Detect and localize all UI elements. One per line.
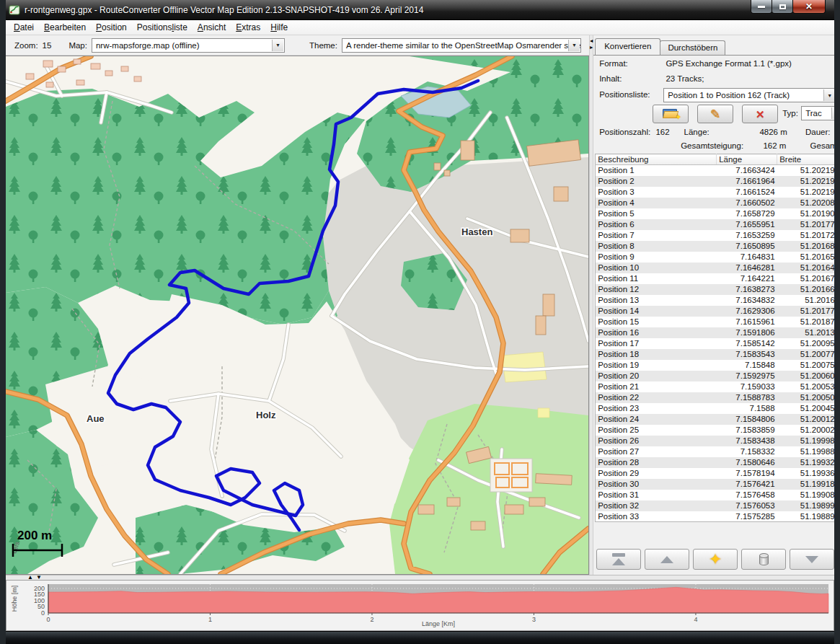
table-row[interactable]: Position 57.165872951.201902: [596, 208, 834, 219]
new-positionlist-button[interactable]: ✦: [653, 105, 689, 123]
table-row[interactable]: Position 27.166196451.202190: [596, 176, 834, 187]
cell-beschreibung: Position 24: [596, 414, 717, 425]
table-row[interactable]: Position 117.16422151.201677: [596, 273, 834, 284]
table-row[interactable]: Position 157.161596151.201870: [596, 317, 834, 327]
ytick-label: 50: [37, 603, 45, 610]
typ-select[interactable]: Trac ▼: [801, 106, 834, 120]
table-row[interactable]: Position 137.163483251.20168: [596, 295, 834, 306]
tab-durchstoebern[interactable]: Durchstöbern: [660, 40, 725, 55]
table-row[interactable]: Position 197.1584851.200755: [596, 360, 834, 371]
menu-item-hilfe[interactable]: Hilfe: [265, 21, 293, 34]
table-row[interactable]: Position 337.157528551.198893: [596, 511, 834, 522]
chevron-down-icon[interactable]: ▼: [272, 40, 283, 51]
gesamtgefaelle-label: Gesamtgefä: [810, 141, 834, 150]
menu-item-extras[interactable]: Extras: [231, 21, 265, 34]
cell-breite: 51.200603: [777, 371, 834, 381]
table-row[interactable]: Position 67.165595151.201773: [596, 219, 834, 230]
positionsliste-label: Positionsliste:: [599, 90, 650, 99]
cell-laenge: 7.15848: [717, 360, 777, 371]
cell-laenge: 7.1660502: [717, 198, 777, 208]
positionsliste-select[interactable]: Position 1 to Position 162 (Track) ▼: [663, 88, 834, 102]
table-row[interactable]: Position 317.157645851.199083: [596, 490, 834, 500]
expand-up-icon[interactable]: ▲: [27, 575, 33, 581]
cell-breite: 51.199189: [777, 479, 834, 490]
table-row[interactable]: Position 177.158514251.200950: [596, 338, 834, 349]
gesamtsteigung-label: Gesamtsteigung:: [681, 141, 761, 150]
column-header-breite[interactable]: Breite: [777, 154, 834, 165]
cell-beschreibung: Position 4: [596, 198, 717, 208]
cell-laenge: 7.1591806: [717, 327, 777, 338]
column-header-beschreibung[interactable]: Beschreibung: [596, 154, 717, 165]
table-row[interactable]: Position 17.166342451.202192: [596, 165, 834, 176]
table-row[interactable]: Position 267.158343851.199984: [596, 436, 834, 446]
tab-konvertieren[interactable]: Konvertieren: [595, 38, 660, 55]
cell-laenge: 7.1658729: [717, 208, 777, 219]
chevron-down-icon[interactable]: ▼: [823, 89, 834, 101]
y-axis-label: Höhe [m]: [11, 586, 18, 612]
cell-beschreibung: Position 19: [596, 360, 717, 371]
menu-item-positionsliste[interactable]: Positionsliste: [132, 21, 193, 34]
move-top-button[interactable]: [596, 549, 641, 570]
table-row[interactable]: Position 127.163827351.201663: [596, 284, 834, 295]
cell-laenge: 7.1634832: [717, 295, 777, 306]
stats-row-2: Gesamtsteigung: 162 m Gesamtgefä: [599, 141, 834, 150]
minimize-button[interactable]: [751, 0, 772, 14]
cell-breite: 51.198998: [777, 500, 834, 511]
table-row[interactable]: Position 187.158354351.200778: [596, 349, 834, 360]
column-header-laenge[interactable]: Länge: [717, 154, 777, 165]
table-row[interactable]: Position 147.162930651.201778: [596, 306, 834, 317]
typ-value: Trac: [805, 109, 822, 118]
menu-item-position[interactable]: Position: [91, 21, 132, 34]
cell-beschreibung: Position 16: [596, 327, 717, 338]
table-row[interactable]: Position 167.159180651.20135: [596, 327, 834, 338]
table-row[interactable]: Position 237.158851.200450: [596, 403, 834, 414]
map-view[interactable]: Hasten Aue Holz dels 200 m: [6, 56, 589, 575]
table-row[interactable]: Position 217.15903351.200532: [596, 381, 834, 392]
delete-position-button[interactable]: [741, 549, 786, 570]
collapse-down-icon[interactable]: ▼: [36, 575, 42, 581]
table-row[interactable]: Position 227.158878351.200504: [596, 392, 834, 403]
table-row[interactable]: Position 37.166152451.202190: [596, 187, 834, 198]
move-up-button[interactable]: [645, 549, 689, 570]
cell-breite: 51.200778: [777, 349, 834, 360]
close-button[interactable]: ✕: [792, 0, 826, 14]
delete-positionlist-button[interactable]: ✕: [742, 105, 778, 123]
menu-item-bearbeiten[interactable]: Bearbeiten: [39, 21, 91, 34]
table-row[interactable]: Position 307.157642151.199189: [596, 479, 834, 490]
cell-beschreibung: Position 5: [596, 208, 717, 219]
horizontal-splitter[interactable]: ▲ ▼: [6, 575, 834, 581]
typ-label-row: Typ:: [782, 109, 798, 118]
maximize-button[interactable]: [772, 0, 793, 14]
table-row[interactable]: Position 87.165089551.201688: [596, 241, 834, 252]
cell-laenge: 7.1629306: [717, 306, 777, 317]
rename-positionlist-button[interactable]: ✎: [697, 105, 733, 123]
table-row[interactable]: Position 277.15833251.199880: [596, 446, 834, 457]
field-area: [538, 408, 549, 418]
map-select[interactable]: nrw-mapsforge.map (offline) ▼: [92, 38, 285, 53]
chevron-down-icon[interactable]: ▼: [568, 40, 580, 51]
menu-item-datei[interactable]: Datei: [9, 21, 39, 34]
table-row[interactable]: Position 77.165325951.201722: [596, 230, 834, 241]
cell-breite: 51.200532: [777, 381, 834, 392]
move-down-button[interactable]: [790, 549, 834, 570]
table-row[interactable]: Position 327.157605351.198998: [596, 500, 834, 511]
chevron-down-icon[interactable]: ▼: [831, 107, 834, 119]
table-row[interactable]: Position 297.157819451.199360: [596, 468, 834, 479]
add-position-button[interactable]: ✦: [693, 549, 738, 570]
table-row[interactable]: Position 287.158064651.199329: [596, 457, 834, 468]
cell-breite: 51.199329: [777, 457, 834, 468]
table-row[interactable]: Position 207.159297551.200603: [596, 371, 834, 381]
table-row[interactable]: Position 247.158480651.200120: [596, 414, 834, 425]
close-icon: ✕: [805, 2, 813, 11]
table-row[interactable]: Position 257.158385951.200026: [596, 425, 834, 436]
tab-bar: Konvertieren Durchstöbern: [595, 39, 725, 55]
table-row[interactable]: Position 47.166050251.202082: [596, 198, 834, 208]
title-bar[interactable]: r-rontgenweg.gpx - RouteConverter Offlin…: [6, 0, 834, 20]
table-row[interactable]: Position 107.164628151.201649: [596, 263, 834, 273]
theme-select[interactable]: A render-theme similar to the OpenStreet…: [342, 38, 581, 53]
menu-item-ansicht[interactable]: Ansicht: [193, 21, 231, 34]
app-icon: [9, 4, 20, 16]
table-row[interactable]: Position 97.16483151.201657: [596, 252, 834, 263]
cell-beschreibung: Position 2: [596, 176, 717, 187]
cell-beschreibung: Position 20: [596, 371, 717, 381]
